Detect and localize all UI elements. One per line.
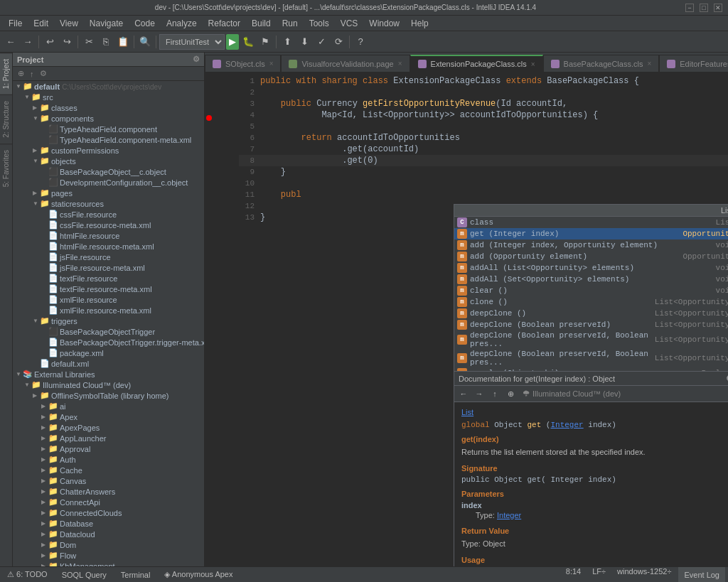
menu-navigate[interactable]: Navigate (84, 17, 129, 30)
toolbar-vcs3[interactable]: ✓ (314, 34, 329, 50)
status-line-ending[interactable]: LF÷ (588, 567, 610, 583)
doc-up-button[interactable]: ↑ (488, 387, 501, 400)
toolbar-copy[interactable]: ⎘ (98, 34, 114, 50)
ac-item-deepclone[interactable]: m deepClone () List<Opportunity> (454, 308, 728, 319)
tab-sobject[interactable]: SObject.cls × (205, 55, 281, 72)
toolbar-undo[interactable]: ↩ (42, 34, 58, 50)
tree-item-illcloud[interactable]: ▼ 📁 Illuminated Cloud™ (dev) (13, 379, 204, 390)
status-apex[interactable]: ◈ Anonymous Apex (160, 570, 237, 579)
coverage-button[interactable]: ⚑ (257, 34, 273, 50)
tree-item-htmlfile-xml[interactable]: 📄 htmlFile.resource-meta.xml (13, 241, 204, 252)
tree-item-offlinesymbol[interactable]: ▶ 📁 OfflineSymbolTable (library home) (13, 390, 204, 401)
close-button[interactable]: ✕ (714, 4, 722, 12)
status-todo[interactable]: ⚠ 6: TODO (3, 570, 52, 579)
toolbar-find[interactable]: 🔍 (137, 34, 153, 50)
tab-visualforce[interactable]: VisualforceValidation.page × (281, 55, 410, 72)
left-tab-project[interactable]: 1: Project (0, 53, 12, 95)
toolbar-vcs1[interactable]: ⬆ (279, 34, 295, 50)
left-tab-structure[interactable]: 2: Structure (0, 95, 12, 144)
tree-item-htmlfile[interactable]: 📄 htmlFile.resource (13, 230, 204, 241)
ac-item-get[interactable]: m get (Integer index) Opportunity (454, 228, 728, 239)
ac-item-deepclone-bool2[interactable]: m deepClone (Boolean preserveId, Boolean… (454, 330, 728, 349)
tree-item-typeaheadfield[interactable]: ⬛ TypeAheadField.component (13, 124, 204, 134)
tree-item-bpotrigger-xml[interactable]: 📄 BasePackageObjectTrigger.trigger-meta.… (13, 337, 204, 347)
ac-item-class[interactable]: C class List (454, 217, 728, 228)
tree-item-custompermissions[interactable]: ▶ 📁 customPermissions (13, 145, 204, 156)
menu-build[interactable]: Build (246, 17, 277, 30)
tree-item-auth[interactable]: ▶ 📁 Auth (13, 454, 204, 465)
toolbar-back[interactable]: ← (3, 34, 18, 50)
tree-item-chatteranswers[interactable]: ▶ 📁 ChatterAnswers (13, 486, 204, 497)
status-encoding[interactable]: windows-1252÷ (613, 567, 675, 583)
ac-item-add-int[interactable]: m add (Integer index, Opportunity elemen… (454, 239, 728, 251)
tree-item-kbmgmt[interactable]: ▶ 📁 KbManagement (13, 561, 204, 566)
tree-item-classes[interactable]: ▶ 📁 classes (13, 102, 204, 113)
project-toolbar-btn3[interactable]: ⚙ (38, 68, 49, 79)
menu-analyze[interactable]: Analyze (161, 17, 203, 30)
tab-close-button[interactable]: × (531, 60, 535, 68)
doc-forward-button[interactable]: → (473, 387, 486, 400)
ac-item-addall-set[interactable]: m addAll (Set<Opportunity> elements) voi… (454, 274, 728, 285)
tree-item-pages[interactable]: ▶ 📁 pages (13, 188, 204, 198)
tree-item-extlibs[interactable]: ▼ 📚 External Libraries (13, 369, 204, 379)
tree-item-basepackageobject[interactable]: ⬛ BasePackageObject__c.object (13, 166, 204, 177)
tree-item-cssfile[interactable]: 📄 cssFile.resource (13, 209, 204, 220)
tree-item-objects[interactable]: ▼ 📁 objects (13, 156, 204, 166)
project-toolbar-btn1[interactable]: ⊕ (16, 68, 26, 79)
menu-file[interactable]: File (3, 17, 28, 30)
tree-item-package-xml[interactable]: 📄 package.xml (13, 347, 204, 358)
tree-item-jsfile-xml[interactable]: 📄 jsFile.resource-meta.xml (13, 262, 204, 273)
tree-item-jsfile[interactable]: 📄 jsFile.resource (13, 252, 204, 262)
tree-item-textfile[interactable]: 📄 textFile.resource (13, 273, 204, 284)
status-position[interactable]: 8:14 (562, 567, 585, 583)
tree-item-bpotrigger[interactable]: ⬛ BasePackageObjectTrigger (13, 326, 204, 337)
toolbar-cut[interactable]: ✂ (81, 34, 97, 50)
event-log-button[interactable]: Event Log (678, 567, 725, 583)
toolbar-vcs4[interactable]: ⟳ (331, 34, 346, 50)
code-editor[interactable]: 1 public with sharing class ExtensionPac… (205, 72, 728, 566)
tree-item-apex[interactable]: ▶ 📁 Apex (13, 411, 204, 422)
toolbar-forward[interactable]: → (20, 34, 36, 50)
menu-run[interactable]: Run (277, 17, 304, 30)
tab-editorfeatures[interactable]: EditorFeatures.cls × (659, 55, 728, 72)
tree-item-xmlfile[interactable]: 📄 xmlFile.resource (13, 294, 204, 305)
toolbar-help[interactable]: ? (353, 34, 368, 50)
menu-help[interactable]: Help (405, 17, 434, 30)
tree-item-typeaheadfield-xml[interactable]: ⬛ TypeAheadField.component-meta.xml (13, 134, 204, 145)
tree-item-textfile-xml[interactable]: 📄 textFile.resource-meta.xml (13, 284, 204, 294)
menu-tools[interactable]: Tools (304, 17, 335, 30)
tree-item-ai[interactable]: ▶ 📁 ai (13, 401, 204, 411)
tree-item-connectedclouds[interactable]: ▶ 📁 ConnectedClouds (13, 507, 204, 518)
ac-item-add-opp[interactable]: m add (Opportunity element) Opportunity (454, 251, 728, 262)
maximize-button[interactable]: □ (700, 4, 708, 12)
tree-item-components[interactable]: ▼ 📁 components (13, 113, 204, 124)
toolbar-redo[interactable]: ↪ (59, 34, 75, 50)
tree-item-cache[interactable]: ▶ 📁 Cache (13, 465, 204, 475)
doc-back-button[interactable]: ← (457, 387, 470, 400)
ac-item-addall-list[interactable]: m addAll (List<Opportunity> elements) vo… (454, 262, 728, 274)
tree-item-apexpages[interactable]: ▶ 📁 ApexPages (13, 422, 204, 433)
menu-view[interactable]: View (54, 17, 84, 30)
tree-item-approval[interactable]: ▶ 📁 Approval (13, 443, 204, 454)
tree-item-devconfig[interactable]: ⬛ DevelopmentConfiguration__c.object (13, 177, 204, 188)
menu-code[interactable]: Code (129, 17, 161, 30)
project-toolbar-btn2[interactable]: ↑ (28, 69, 36, 79)
tab-basepackageclass[interactable]: BasePackageClass.cls × (543, 55, 660, 72)
tree-item-src[interactable]: ▼ 📁 src (13, 92, 204, 102)
tree-item-datacloud[interactable]: ▶ 📁 Datacloud (13, 529, 204, 539)
project-gear-icon[interactable]: ⚙ (193, 55, 200, 64)
ac-item-clone[interactable]: m clone () List<Opportunity> (454, 296, 728, 308)
menu-edit[interactable]: Edit (28, 17, 54, 30)
tree-item-triggers[interactable]: ▼ 📁 triggers (13, 316, 204, 326)
toolbar-vcs2[interactable]: ⬇ (296, 34, 312, 50)
status-soql[interactable]: SOQL Query (58, 571, 111, 579)
left-tab-favorites[interactable]: 5: Favorites (0, 144, 12, 193)
tab-extensionpackageclass[interactable]: ExtensionPackageClass.cls × (410, 55, 543, 72)
menu-vcs[interactable]: VCS (335, 17, 364, 30)
ac-item-deepclone-bool3[interactable]: m deepClone (Boolean preserveId, Boolean… (454, 349, 728, 367)
tree-item-staticresources[interactable]: ▼ 📁 staticresources (13, 198, 204, 209)
run-config-dropdown[interactable]: FirstUnitTest (159, 34, 225, 50)
ac-item-deepclone-bool[interactable]: m deepClone (Boolean preserveId) List<Op… (454, 319, 728, 330)
tree-item-default[interactable]: ▼ 📁 default C:\Users\Scott\dev\projects\… (13, 81, 204, 92)
tree-item-dom[interactable]: ▶ 📁 Dom (13, 539, 204, 550)
